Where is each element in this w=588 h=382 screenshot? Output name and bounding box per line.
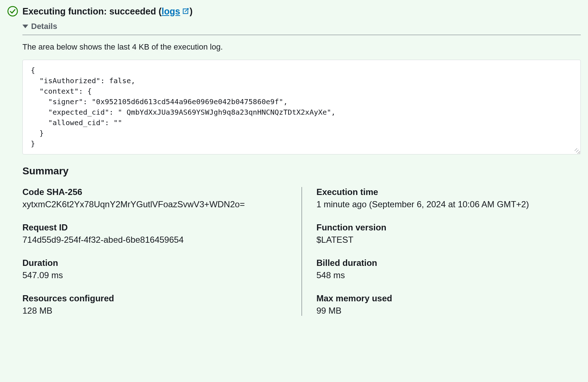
execution-log-output[interactable]: { "isAuthorized": false, "context": { "s…	[22, 60, 581, 154]
summary-item-billed: Billed duration 548 ms	[316, 258, 581, 280]
summary-item-code-sha: Code SHA-256 xytxmC2K6t2Yx78UqnY2MrYGutl…	[22, 187, 287, 209]
execution-status-header: Executing function: succeeded (logs)	[7, 6, 581, 17]
details-toggle[interactable]: Details	[22, 22, 581, 35]
summary-value: 99 MB	[316, 306, 581, 316]
summary-value: 548 ms	[316, 270, 581, 280]
summary-label: Billed duration	[316, 258, 581, 268]
success-check-icon	[7, 6, 18, 17]
summary-value: xytxmC2K6t2Yx78UqnY2MrYGutlVFoazSvwV3+WD…	[22, 199, 287, 209]
summary-label: Duration	[22, 258, 287, 268]
summary-label: Request ID	[22, 222, 287, 233]
summary-value: $LATEST	[316, 235, 581, 245]
logs-paren-close: )	[189, 6, 192, 16]
content-area: Details The area below shows the last 4 …	[7, 22, 581, 316]
summary-grid: Code SHA-256 xytxmC2K6t2Yx78UqnY2MrYGutl…	[22, 187, 581, 316]
logs-link[interactable]: logs	[162, 6, 189, 16]
summary-item-duration: Duration 547.09 ms	[22, 258, 287, 280]
summary-item-exec-time: Execution time 1 minute ago (September 6…	[316, 187, 581, 209]
summary-item-memory: Max memory used 99 MB	[316, 293, 581, 316]
status-prefix: Executing function: succeeded	[22, 6, 156, 16]
summary-label: Max memory used	[316, 293, 581, 304]
summary-label: Function version	[316, 222, 581, 233]
external-link-icon	[182, 7, 189, 15]
summary-column-left: Code SHA-256 xytxmC2K6t2Yx78UqnY2MrYGutl…	[22, 187, 302, 316]
summary-value: 547.09 ms	[22, 270, 287, 280]
summary-item-resources: Resources configured 128 MB	[22, 293, 287, 316]
caret-down-icon	[22, 25, 28, 28]
summary-value: 714d55d9-254f-4f32-abed-6be816459654	[22, 235, 287, 245]
log-intro-text: The area below shows the last 4 KB of th…	[22, 42, 581, 52]
summary-value: 128 MB	[22, 306, 287, 316]
summary-heading: Summary	[22, 165, 581, 177]
summary-label: Code SHA-256	[22, 187, 287, 197]
summary-item-version: Function version $LATEST	[316, 222, 581, 245]
logs-link-text: logs	[162, 6, 180, 16]
summary-label: Resources configured	[22, 293, 287, 304]
summary-label: Execution time	[316, 187, 581, 197]
execution-status-text: Executing function: succeeded (logs)	[22, 6, 193, 17]
logs-paren-open: (	[158, 6, 161, 16]
summary-column-right: Execution time 1 minute ago (September 6…	[302, 187, 581, 316]
summary-item-request-id: Request ID 714d55d9-254f-4f32-abed-6be81…	[22, 222, 287, 245]
summary-value: 1 minute ago (September 6, 2024 at 10:06…	[316, 199, 581, 209]
svg-point-0	[8, 7, 17, 16]
details-label: Details	[31, 22, 57, 31]
